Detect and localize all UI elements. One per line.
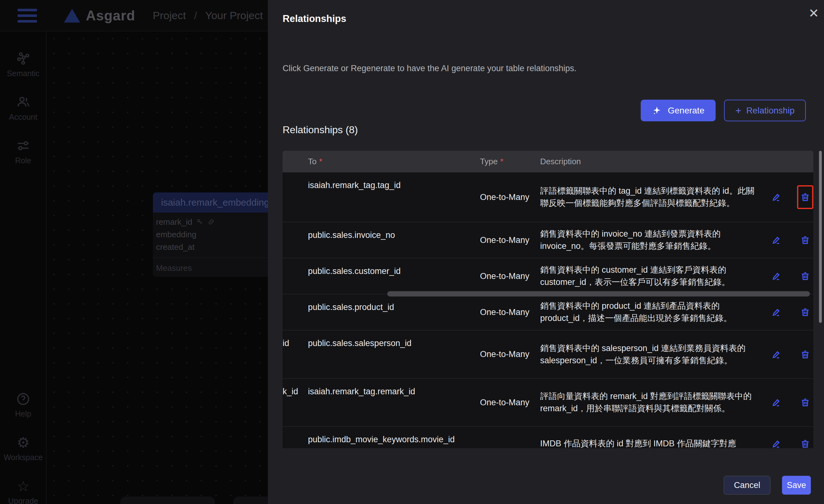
account-person-icon xyxy=(16,95,30,109)
sidebar-item-label: Workspace xyxy=(4,453,43,462)
field-created-at[interactable]: created_at xyxy=(153,241,285,253)
col-type: Type xyxy=(480,157,498,166)
relationship-type-value: One-to-Many xyxy=(480,330,540,378)
required-asterisk: * xyxy=(319,157,322,166)
edit-pencil-icon[interactable] xyxy=(771,397,782,407)
horizontal-scrollbar[interactable] xyxy=(387,291,810,297)
from-column-fragment xyxy=(283,172,308,222)
relationships-count-heading: Relationships (8) xyxy=(283,124,358,136)
relationship-description: 銷售資料表中的 product_id 連結到產品資料表的 product_id，… xyxy=(540,294,759,330)
delete-trash-icon[interactable] xyxy=(797,391,813,414)
save-button[interactable]: Save xyxy=(782,476,811,495)
sidebar-item-account[interactable]: Account xyxy=(9,95,37,122)
relationship-type-value: One-to-Many xyxy=(480,379,540,426)
from-column-fragment xyxy=(283,258,308,294)
delete-trash-icon[interactable] xyxy=(797,432,813,448)
key-icon xyxy=(196,218,204,226)
required-asterisk: * xyxy=(500,157,503,166)
relationship-type-value xyxy=(480,427,540,448)
generate-button[interactable]: Generate xyxy=(641,100,716,121)
sparkle-icon xyxy=(652,105,663,116)
add-relationship-button[interactable]: + Relationship xyxy=(724,100,806,121)
table-card-remark-embeddings[interactable]: isaiah.remark_embeddings remark_id nu em… xyxy=(153,192,285,277)
relationship-type-value: One-to-Many xyxy=(480,172,540,222)
table-row: public.sales.customer_id One-to-Many 銷售資… xyxy=(283,258,813,294)
relationships-modal: Relationships ✕ Click Generate or Regene… xyxy=(268,0,824,504)
field-embedding[interactable]: embedding s xyxy=(153,228,285,241)
table-body: isaiah.remark_tag.tag_id One-to-Many 評語標… xyxy=(283,172,813,448)
relationship-to-value: public.imdb_movie_keywords.movie_id xyxy=(308,427,480,448)
edit-pencil-icon[interactable] xyxy=(771,349,782,360)
edit-pencil-icon[interactable] xyxy=(771,439,782,448)
vertical-scrollbar[interactable] xyxy=(819,151,822,323)
delete-trash-icon[interactable] xyxy=(797,342,813,367)
breadcrumb-project[interactable]: Project xyxy=(153,9,186,22)
edit-pencil-icon[interactable] xyxy=(771,307,782,317)
sidebar-item-label: Help xyxy=(15,409,31,418)
sidebar-item-semantic[interactable]: Semantic xyxy=(7,52,39,78)
from-column-fragment xyxy=(283,294,308,330)
delete-trash-icon[interactable] xyxy=(797,185,813,209)
plus-icon: + xyxy=(735,106,741,116)
from-column-fragment: k_id xyxy=(283,379,308,426)
table-row: isaiah.remark_tag.tag_id One-to-Many 評語標… xyxy=(283,172,813,222)
relationship-to-value: isaiah.remark_tag.remark_id xyxy=(308,379,480,426)
app-root: Asgard Project / Your Project / S Semant… xyxy=(0,0,824,504)
breadcrumb-your-project[interactable]: Your Project xyxy=(205,9,263,22)
relationship-description: 評語向量資料表的 remark_id 對應到評語標籤關聯表中的 remark_i… xyxy=(540,379,759,426)
sidebar-item-help[interactable]: Help xyxy=(15,392,31,418)
sidebar-item-label: Role xyxy=(15,156,31,165)
workspace-gear-icon: ⚙ xyxy=(17,435,29,450)
relationship-to-value: public.sales.customer_id xyxy=(308,258,480,294)
relationships-table: To* Type* Description isaiah.remark_tag.… xyxy=(283,151,813,448)
sidebar-item-label: Upgrade xyxy=(8,497,38,504)
from-column-fragment: id xyxy=(283,330,308,378)
field-remark-id[interactable]: remark_id nu xyxy=(153,216,285,228)
relationship-to-value: public.sales.product_id xyxy=(308,294,480,330)
generate-label: Generate xyxy=(667,106,704,116)
cancel-button[interactable]: Cancel xyxy=(724,476,770,495)
delete-trash-icon[interactable] xyxy=(797,264,813,288)
relationship-type-value: One-to-Many xyxy=(480,258,540,294)
asgard-logo-icon xyxy=(64,9,80,22)
from-column-fragment xyxy=(283,427,308,448)
role-sliders-icon xyxy=(16,138,30,153)
relationship-description: 評語標籤關聯表中的 tag_id 連結到標籤資料表的 id。此關聯反映一個標籤能… xyxy=(540,172,759,222)
relationship-description: IMDB 作品資料表的 id 對應到 IMDB 作品關鍵字對應 xyxy=(540,427,759,448)
close-icon[interactable]: ✕ xyxy=(808,7,819,19)
sidebar-item-label: Account xyxy=(9,112,37,122)
upgrade-star-icon: ☆ xyxy=(17,479,29,493)
menu-icon[interactable] xyxy=(17,9,37,22)
help-icon xyxy=(16,392,30,406)
add-relationship-label: Relationship xyxy=(746,106,795,116)
sidebar-item-upgrade[interactable]: ☆ Upgrade xyxy=(8,479,38,504)
relationship-to-value: public.sales.salesperson_id xyxy=(308,330,480,378)
sidebar-item-label: Semantic xyxy=(7,69,39,78)
delete-trash-icon[interactable] xyxy=(797,228,813,252)
table-header-row: To* Type* Description xyxy=(283,151,813,172)
relationship-to-value: isaiah.remark_tag.tag_id xyxy=(308,172,480,222)
edit-pencil-icon[interactable] xyxy=(771,235,782,245)
relationship-description: 銷售資料表中的 salesperson_id 連結到業務員資料表的 salesp… xyxy=(540,330,759,378)
edit-pencil-icon[interactable] xyxy=(771,271,782,281)
semantic-graph-icon xyxy=(16,52,30,66)
table-row: public.sales.product_id One-to-Many 銷售資料… xyxy=(283,294,813,330)
relationship-description: 銷售資料表中的 customer_id 連結到客戶資料表的 customer_i… xyxy=(540,258,759,294)
delete-trash-icon[interactable] xyxy=(797,300,813,324)
relationship-to-value: public.sales.invoice_no xyxy=(308,222,480,258)
relationship-description: 銷售資料表中的 invoice_no 連結到發票資料表的 invoice_no。… xyxy=(540,222,759,258)
modal-intro-text: Click Generate or Regenerate to have the… xyxy=(283,64,577,73)
sidebar-item-role[interactable]: Role xyxy=(15,138,31,165)
relationship-type-value: One-to-Many xyxy=(480,294,540,330)
table-card-title[interactable]: isaiah.remark_embeddings xyxy=(153,192,285,212)
table-row: public.sales.invoice_no One-to-Many 銷售資料… xyxy=(283,222,813,258)
table-row: public.imdb_movie_keywords.movie_id IMDB… xyxy=(283,426,813,448)
sidebar-item-workspace[interactable]: ⚙ Workspace xyxy=(4,435,43,462)
relationship-type-value: One-to-Many xyxy=(480,222,540,258)
brand-name: Asgard xyxy=(86,8,135,23)
from-column-fragment xyxy=(283,222,308,258)
edit-pencil-icon[interactable] xyxy=(771,192,782,202)
table-row: k_id isaiah.remark_tag.remark_id One-to-… xyxy=(283,378,813,426)
table-row: id public.sales.salesperson_id One-to-Ma… xyxy=(283,330,813,378)
zoom-toolbar: 84% xyxy=(120,497,215,504)
